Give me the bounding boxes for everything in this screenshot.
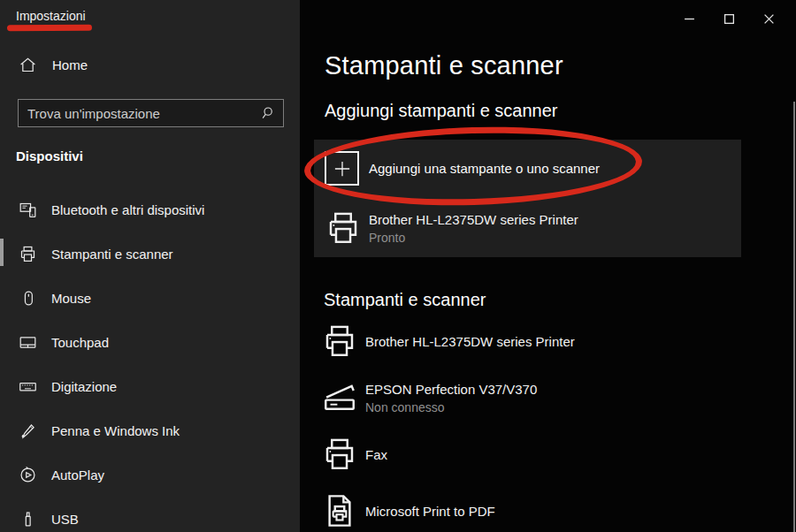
- minimize-button[interactable]: [670, 5, 709, 32]
- usb-icon: [19, 510, 37, 528]
- sidebar-item-usb[interactable]: USB: [0, 497, 300, 532]
- plus-icon: [331, 157, 354, 180]
- add-section-title: Aggiungi stampanti e scanner: [325, 101, 558, 121]
- add-printer-button[interactable]: Aggiungi una stampante o uno scanner: [325, 151, 600, 186]
- sidebar-item-touchpad[interactable]: Touchpad: [0, 320, 300, 364]
- device-name: Microsoft Print to PDF: [365, 504, 495, 519]
- sidebar-item-label: USB: [51, 512, 79, 527]
- maximize-icon: [723, 13, 735, 25]
- device-status: Non connesso: [365, 400, 537, 414]
- settings-window: Impostazioni Home Dispositivi Bluetooth …: [0, 0, 796, 532]
- device-name: Fax: [365, 447, 387, 462]
- autoplay-icon: [19, 466, 37, 484]
- keyboard-icon: [19, 377, 37, 396]
- printer-icon: [321, 436, 358, 473]
- add-printer-label: Aggiungi una stampante o uno scanner: [369, 161, 600, 176]
- printer-icon: [19, 245, 37, 263]
- sidebar-item-label: Stampanti e scanner: [51, 247, 173, 262]
- sidebar-item-home[interactable]: Home: [19, 56, 88, 74]
- device-list: Brother HL-L2375DW series Printer EPSON …: [321, 316, 781, 532]
- device-row[interactable]: Brother HL-L2375DW series Printer Pronto: [325, 203, 734, 253]
- device-row[interactable]: EPSON Perfection V37/V370 Non connesso: [321, 373, 781, 422]
- window-controls: [670, 5, 789, 32]
- close-icon: [763, 13, 775, 25]
- settings-search-box[interactable]: [18, 99, 284, 127]
- annotation-underline: [7, 25, 92, 32]
- device-status: Pronto: [369, 231, 578, 245]
- sidebar-item-label: Penna e Windows Ink: [51, 423, 180, 438]
- maximize-button[interactable]: [709, 5, 749, 32]
- main-panel: Stampanti e scanner Aggiungi stampanti e…: [300, 0, 796, 532]
- bluetooth-devices-icon: [19, 201, 37, 219]
- sidebar-item-label: Touchpad: [51, 335, 109, 350]
- sidebar-scrollbar-thumb[interactable]: [0, 239, 4, 266]
- add-printer-panel: Aggiungi una stampante o uno scanner Bro…: [314, 140, 741, 257]
- panel-device-list: Brother HL-L2375DW series Printer Pronto: [325, 203, 734, 260]
- sidebar-item-label: Digitazione: [51, 379, 117, 394]
- close-button[interactable]: [749, 5, 789, 32]
- device-name: Brother HL-L2375DW series Printer: [365, 334, 575, 349]
- sidebar-nav: Bluetooth e altri dispositivi Stampanti …: [0, 187, 300, 532]
- page-title: Stampanti e scanner: [325, 51, 563, 80]
- plus-box: [325, 151, 359, 186]
- window-title: Impostazioni: [16, 9, 86, 23]
- scanner-icon: [321, 379, 358, 416]
- sidebar-item-label: Bluetooth e altri dispositivi: [51, 202, 204, 217]
- device-row[interactable]: Fax: [321, 429, 781, 479]
- sidebar-item-autoplay[interactable]: AutoPlay: [0, 452, 300, 497]
- home-label: Home: [52, 57, 88, 72]
- device-row[interactable]: Microsoft Print to PDF: [321, 486, 781, 532]
- sidebar-item-bluetooth-devices[interactable]: Bluetooth e altri dispositivi: [0, 187, 300, 232]
- sidebar: Impostazioni Home Dispositivi Bluetooth …: [0, 0, 300, 532]
- printer-icon: [325, 209, 362, 247]
- device-name: EPSON Perfection V37/V370: [365, 382, 537, 397]
- sidebar-item-label: AutoPlay: [51, 467, 104, 483]
- minimize-icon: [684, 13, 695, 25]
- device-name: Brother HL-L2375DW series Printer: [369, 212, 578, 227]
- device-row[interactable]: Brother HL-L2375DW series Printer: [321, 316, 781, 366]
- main-scrollbar-thumb[interactable]: [793, 102, 795, 532]
- sidebar-item-keyboard[interactable]: Digitazione: [0, 364, 300, 408]
- touchpad-icon: [19, 333, 37, 352]
- print-to-pdf-icon: [321, 492, 358, 529]
- pen-icon: [19, 422, 37, 440]
- mouse-icon: [19, 289, 37, 308]
- sidebar-item-printer[interactable]: Stampanti e scanner: [0, 232, 300, 276]
- sidebar-item-mouse[interactable]: Mouse: [0, 276, 300, 320]
- home-icon: [19, 56, 37, 74]
- sidebar-item-pen[interactable]: Penna e Windows Ink: [0, 408, 300, 452]
- sidebar-item-label: Mouse: [51, 291, 91, 306]
- printer-icon: [321, 323, 358, 360]
- search-input[interactable]: [19, 106, 259, 121]
- sidebar-section-title: Dispositivi: [16, 148, 83, 163]
- list-section-title: Stampanti e scanner: [324, 290, 486, 310]
- search-icon[interactable]: [259, 105, 275, 121]
